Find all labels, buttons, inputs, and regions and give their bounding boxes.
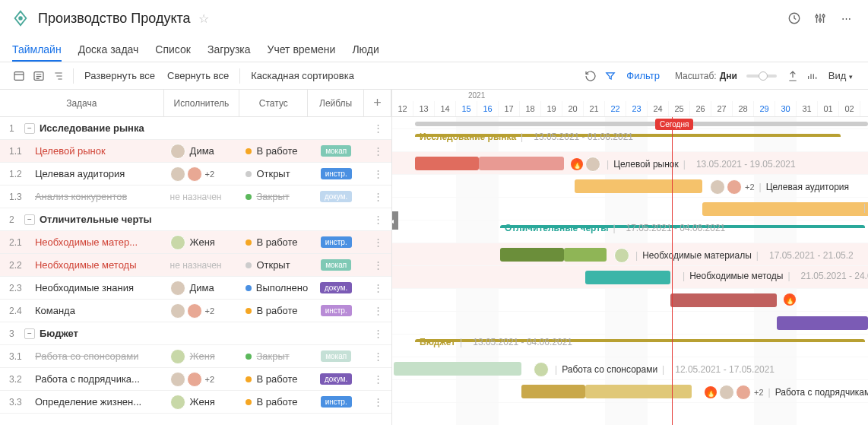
- gantt-bar-title: Необходимые методы: [689, 271, 783, 281]
- day-cell[interactable]: 13: [413, 101, 435, 116]
- table-row[interactable]: 3.3 Определение жизнен... Женя В работе …: [0, 391, 391, 414]
- panel-collapse-handle[interactable]: ◂: [392, 211, 398, 230]
- row-more-icon[interactable]: ⋮: [364, 191, 391, 202]
- collapse-toggle[interactable]: −: [24, 328, 35, 339]
- scale-slider[interactable]: [746, 75, 777, 78]
- label-badge: докум.: [320, 373, 352, 385]
- day-cell[interactable]: 18: [520, 101, 541, 116]
- table-row[interactable]: 2.1 Необходимые матер... Женя В работе и…: [0, 231, 391, 254]
- day-cell[interactable]: 21: [584, 101, 605, 116]
- gantt-bar[interactable]: [777, 316, 868, 330]
- table-row[interactable]: 2.3 Необходимые знания Дима Выполнено до…: [0, 277, 391, 300]
- table-row[interactable]: 3.1 Работа со спонсорами Женя Закрыт мок…: [0, 345, 391, 368]
- table-row[interactable]: 2.4 Команда +2 В работе инстр. ⋮: [0, 300, 391, 322]
- collapse-toggle[interactable]: −: [24, 123, 35, 134]
- gantt-bar[interactable]: [575, 179, 702, 193]
- tab-timeline[interactable]: Таймлайн: [12, 43, 62, 62]
- day-cell[interactable]: 19: [541, 101, 562, 116]
- row-more-icon[interactable]: ⋮: [364, 168, 391, 179]
- gantt-bar[interactable]: [585, 385, 692, 398]
- cascade-sort-button[interactable]: Каскадная сортировка: [245, 67, 360, 84]
- table-row[interactable]: 1.1 Целевой рынок Дима В работе мокап ⋮: [0, 140, 391, 163]
- tab-time[interactable]: Учет времени: [268, 43, 336, 56]
- col-task[interactable]: Задача: [0, 90, 164, 116]
- filter-button[interactable]: Фильтр: [620, 67, 666, 84]
- settings-sliders-icon[interactable]: [810, 8, 830, 28]
- gantt-bar[interactable]: [564, 248, 607, 262]
- table-row[interactable]: 1.3 Анализ конкурентов не назначен Закры…: [0, 186, 391, 208]
- table-row[interactable]: 2 −Отличительные черты ⋮: [0, 208, 391, 231]
- row-number: 1.3: [0, 192, 24, 202]
- table-row[interactable]: 1 −Исследование рынка ⋮: [0, 117, 391, 140]
- tab-workload[interactable]: Загрузка: [207, 43, 251, 56]
- row-more-icon[interactable]: ⋮: [364, 350, 391, 362]
- table-row[interactable]: 3.2 Работа с подрядчика... +2 В работе д…: [0, 368, 391, 391]
- gantt-bar[interactable]: [500, 248, 564, 262]
- filter-icon[interactable]: [600, 66, 620, 86]
- day-cell[interactable]: 16: [477, 101, 499, 116]
- day-cell[interactable]: 14: [435, 101, 456, 116]
- avatar: [170, 349, 185, 364]
- col-status[interactable]: Статус: [239, 90, 308, 116]
- row-more-icon[interactable]: ⋮: [364, 145, 391, 157]
- day-cell[interactable]: 26: [690, 101, 711, 116]
- collapse-all-button[interactable]: Свернуть все: [161, 67, 235, 84]
- avatar: [170, 303, 185, 319]
- row-more-icon[interactable]: ⋮: [364, 236, 391, 248]
- day-cell[interactable]: 02: [839, 101, 860, 116]
- table-row[interactable]: 1.2 Целевая аудитория +2 Открыт инстр. ⋮: [0, 163, 391, 186]
- gantt-bar[interactable]: [702, 202, 868, 216]
- day-cell[interactable]: 30: [775, 101, 797, 116]
- star-icon[interactable]: ☆: [198, 11, 209, 26]
- history-icon[interactable]: [784, 8, 804, 28]
- refresh-icon[interactable]: [581, 66, 600, 86]
- timeline-scrollbar[interactable]: [415, 122, 868, 126]
- gantt-bar[interactable]: [670, 293, 777, 307]
- day-cell[interactable]: 24: [648, 101, 669, 116]
- day-cell[interactable]: 17: [499, 101, 520, 116]
- row-more-icon[interactable]: ⋮: [364, 396, 391, 408]
- row-more-icon[interactable]: ⋮: [364, 214, 391, 225]
- row-more-icon[interactable]: ⋮: [364, 122, 391, 134]
- export-icon[interactable]: [783, 66, 803, 86]
- row-more-icon[interactable]: ⋮: [364, 282, 391, 293]
- table-row[interactable]: 3 −Бюджет ⋮: [0, 322, 391, 345]
- day-cell[interactable]: 23: [626, 101, 648, 116]
- table-row[interactable]: 2.2 Необходимые методы не назначен Откры…: [0, 254, 391, 277]
- tab-people[interactable]: Люди: [352, 43, 379, 56]
- row-more-icon[interactable]: ⋮: [364, 259, 391, 271]
- expand-all-button[interactable]: Развернуть все: [78, 67, 161, 84]
- baseline-icon[interactable]: [803, 66, 822, 86]
- day-cell[interactable]: 31: [797, 101, 818, 116]
- day-cell[interactable]: 28: [733, 101, 754, 116]
- add-column-button[interactable]: +: [364, 90, 391, 116]
- panel-icon[interactable]: [9, 66, 29, 86]
- gantt-bar[interactable]: [521, 385, 585, 398]
- row-more-icon[interactable]: ⋮: [364, 305, 391, 316]
- list-icon[interactable]: [29, 66, 49, 86]
- collapse-toggle[interactable]: −: [24, 214, 35, 225]
- more-icon[interactable]: ⋯: [836, 8, 856, 28]
- view-button[interactable]: Вид ▾: [822, 67, 859, 84]
- gantt-bar-title: Работа с подрядчиками: [775, 387, 868, 398]
- tab-list[interactable]: Список: [155, 43, 191, 56]
- day-cell[interactable]: 12: [392, 101, 413, 116]
- day-cell[interactable]: 22: [605, 101, 626, 116]
- gantt-bar[interactable]: [415, 157, 479, 170]
- gantt-bar[interactable]: [479, 157, 564, 170]
- hierarchy-icon[interactable]: [49, 66, 68, 86]
- day-cell[interactable]: 20: [562, 101, 584, 116]
- gantt-bar[interactable]: [394, 362, 521, 376]
- row-more-icon[interactable]: ⋮: [364, 328, 391, 339]
- day-cell[interactable]: 01: [818, 101, 839, 116]
- day-cell[interactable]: 25: [669, 101, 690, 116]
- col-assignee[interactable]: Исполнитель: [164, 90, 240, 116]
- gantt-bar[interactable]: [585, 271, 670, 284]
- day-cell[interactable]: 29: [754, 101, 775, 116]
- col-labels[interactable]: Лейблы: [308, 90, 364, 116]
- tab-board[interactable]: Доска задач: [78, 43, 139, 56]
- row-more-icon[interactable]: ⋮: [364, 373, 391, 385]
- day-cell[interactable]: 15: [456, 101, 477, 116]
- day-cell[interactable]: 27: [711, 101, 733, 116]
- status-text: В работе: [256, 373, 297, 385]
